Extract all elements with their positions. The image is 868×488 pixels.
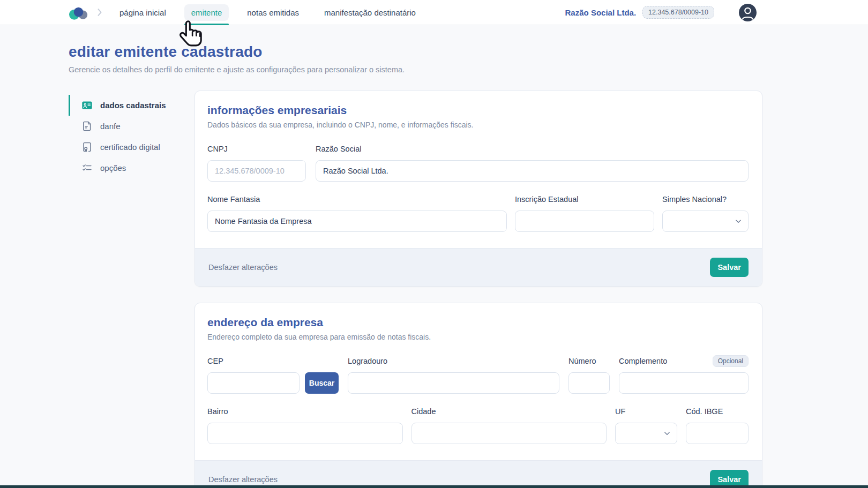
nome-fantasia-label: Nome Fantasia [207,195,260,204]
page-title: editar emitente cadastrado [69,43,868,61]
sidebar-item-certificado-digital[interactable]: certificado digital [69,137,194,157]
settings-sidebar: dados cadastrais danfe certificado dig [69,91,194,178]
cloud-logo-icon[interactable] [69,4,89,21]
cod-ibge-label: Cód. IBGE [686,407,723,416]
sidebar-item-label: dados cadastrais [100,101,166,110]
bairro-field[interactable] [207,423,403,444]
nome-fantasia-field[interactable] [207,211,507,232]
undo-changes-link[interactable]: Desfazer alterações [208,263,278,272]
complemento-field[interactable] [619,372,749,394]
complemento-label: Complemento [619,357,667,365]
company-address-card: endereço da empresa Endereço completo da… [194,303,762,488]
razao-social-label: Razão Social [316,145,361,153]
card-title: informações empresariais [207,104,749,117]
window-bottom-edge [0,485,868,488]
buscar-cep-button[interactable]: Buscar [305,372,339,394]
nav-link-label: emitente [184,4,229,21]
nav-link-label: página inicial [113,4,173,21]
save-button[interactable]: Salvar [710,258,749,277]
nav-link-label: manifestação destinatário [317,4,423,21]
inscricao-estadual-label: Inscrição Estadual [515,195,578,204]
cnpj-field[interactable] [207,160,306,182]
nav-link-emitente[interactable]: emitente [184,0,229,25]
inscricao-estadual-field[interactable] [515,211,654,232]
card-subtitle: Endereço completo da sua empresa para em… [207,333,749,341]
bairro-label: Bairro [207,407,228,416]
sidebar-item-label: danfe [100,122,121,131]
undo-changes-link[interactable]: Desfazer alterações [208,475,278,484]
nav-link-label: notas emitidas [240,4,306,21]
optional-badge: Opcional [713,355,749,367]
numero-label: Número [568,357,596,365]
page-subtitle: Gerencie os detalhes do perfil do emiten… [69,65,868,74]
nav-link-manifestacao-destinatario[interactable]: manifestação destinatário [317,0,423,25]
company-card-footer: Desfazer alterações Salvar [195,248,762,286]
sidebar-item-label: certificado digital [100,142,160,152]
sidebar-item-label: opções [100,163,126,172]
sidebar-item-dados-cadastrais[interactable]: dados cadastrais [69,95,194,116]
cep-label: CEP [207,357,223,365]
document-icon [81,121,93,132]
checklist-icon [81,162,93,174]
razao-social-field[interactable] [316,160,749,182]
numero-field[interactable] [568,372,610,394]
card-title: endereço da empresa [207,316,749,329]
uf-select[interactable] [615,423,677,444]
address-card-footer: Desfazer alterações Salvar [195,460,762,488]
simples-nacional-label: Simples Nacional? [662,195,727,204]
cnpj-badge: 12.345.678/0009-10 [642,6,714,19]
sidebar-item-danfe[interactable]: danfe [69,116,194,137]
cidade-label: Cidade [411,407,436,416]
sidebar-item-opcoes[interactable]: opções [69,157,194,178]
nav-link-notas-emitidas[interactable]: notas emitidas [240,0,306,25]
company-name: Razão Social Ltda. [565,8,637,17]
id-card-icon [81,100,93,111]
logradouro-label: Logradouro [348,357,387,365]
logradouro-field[interactable] [348,372,559,394]
certificate-icon [81,141,93,153]
top-navbar: página inicial emitente notas emitidas m… [0,0,868,25]
nav-link-pagina-inicial[interactable]: página inicial [113,0,173,25]
chevron-right-icon [94,7,105,18]
cnpj-label: CNPJ [207,145,228,153]
uf-label: UF [615,407,625,416]
company-info-card: informações empresariais Dados básicos d… [194,91,762,287]
simples-nacional-select[interactable] [662,211,749,232]
card-subtitle: Dados básicos da sua empresa, incluindo … [207,121,749,129]
user-avatar-icon[interactable] [739,4,757,21]
cidade-field[interactable] [411,423,607,444]
cod-ibge-field[interactable] [686,423,749,444]
cep-field[interactable] [207,372,300,394]
